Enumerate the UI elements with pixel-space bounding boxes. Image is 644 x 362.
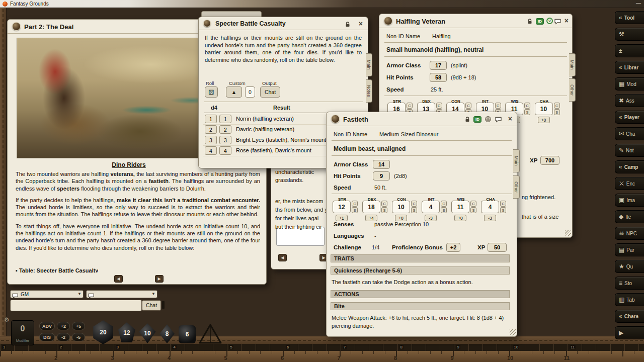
halfling-window-header[interactable]: Halfling Veteran ID V × xyxy=(379,14,572,28)
background-prev-button[interactable]: ◀ xyxy=(278,254,287,261)
lock-icon[interactable] xyxy=(345,21,351,30)
sidebar-item-encounters[interactable]: ⚔ Enc xyxy=(615,177,644,190)
check-roll-button[interactable]: C xyxy=(352,201,358,207)
trait-name[interactable]: Quickness (Recharge 5-6) xyxy=(331,266,510,275)
chat-voice-dropdown[interactable]: ▼ xyxy=(86,290,157,298)
sidebar-item-images[interactable]: ▣ Ima xyxy=(615,194,644,207)
save-roll-button[interactable]: S xyxy=(381,207,387,213)
languages-value[interactable]: - xyxy=(374,233,376,239)
check-roll-button[interactable]: C xyxy=(495,103,501,109)
ability-mod[interactable]: +1 xyxy=(336,215,348,221)
check-roll-button[interactable]: C xyxy=(465,103,471,109)
modifier-box[interactable]: 0 Modifier xyxy=(11,320,34,345)
xp-value[interactable]: 50 xyxy=(488,243,507,252)
sidebar-item-items[interactable]: ◆ Ite xyxy=(615,210,644,223)
minus2-button[interactable]: -2 xyxy=(57,333,70,341)
close-icon[interactable]: × xyxy=(508,115,512,122)
save-roll-button[interactable]: S xyxy=(411,207,417,213)
page-prev-button[interactable]: ◀ xyxy=(114,275,123,283)
sidebar-item-chat[interactable]: ✉ Cha xyxy=(615,127,644,140)
resize-grip[interactable] xyxy=(510,329,516,335)
chat-input[interactable] xyxy=(10,300,142,311)
close-icon[interactable]: × xyxy=(359,20,363,27)
custom-die-button[interactable]: ▲ xyxy=(226,86,242,98)
ac-value[interactable]: 14 xyxy=(373,160,390,169)
story-table-link[interactable]: ▪ Table: Specter Battle Casualty xyxy=(16,267,98,273)
sidebar-item-quests[interactable]: ★ Qu xyxy=(615,260,644,273)
action-name[interactable]: Bite xyxy=(331,302,510,310)
save-roll-button[interactable]: S xyxy=(441,207,447,213)
window-orb-icon[interactable] xyxy=(331,115,340,123)
fastieth-window-header[interactable]: Fastieth ID × xyxy=(327,112,517,126)
check-roll-button[interactable]: C xyxy=(407,103,413,109)
chat-drag-handle[interactable] xyxy=(162,301,165,309)
ability-mod[interactable]: +4 xyxy=(365,215,377,221)
sidebar-item-npcs[interactable]: ☠ NPC xyxy=(615,227,644,240)
speech-bubble-icon[interactable] xyxy=(554,18,561,27)
ability-mod[interactable]: +0 xyxy=(454,215,466,221)
sidebar-item-tables[interactable]: ▥ Tab xyxy=(615,293,644,306)
speed-value[interactable]: 25 ft. xyxy=(431,86,443,93)
check-roll-button[interactable]: C xyxy=(524,103,530,109)
senses-value[interactable]: passive Perception 10 xyxy=(374,221,429,227)
speed-value[interactable]: 50 ft. xyxy=(374,185,386,191)
sidebar-item-tools[interactable]: ⚒ xyxy=(615,28,644,41)
check-roll-button[interactable]: C xyxy=(500,201,506,207)
ability-score[interactable]: 10 xyxy=(392,201,410,213)
lock-icon[interactable] xyxy=(464,116,470,125)
die-d6[interactable]: 6 xyxy=(179,325,196,343)
sidebar-item-parcels[interactable]: ▤ Par xyxy=(615,243,644,256)
adv-button[interactable]: ADV xyxy=(39,322,55,330)
check-roll-button[interactable]: C xyxy=(436,103,442,109)
plus5-button[interactable]: +5 xyxy=(72,322,85,330)
die-d4[interactable] xyxy=(199,324,222,344)
minus5-button[interactable]: -5 xyxy=(72,333,85,341)
window-orb-icon[interactable] xyxy=(384,17,392,25)
check-roll-button[interactable]: C xyxy=(441,201,447,207)
close-icon[interactable]: × xyxy=(565,17,569,24)
ability-mod[interactable]: -3 xyxy=(425,215,437,221)
minimize-button[interactable]: — xyxy=(636,0,641,6)
plus2-button[interactable]: +2 xyxy=(57,322,70,330)
token-globe-icon[interactable] xyxy=(485,116,492,125)
sidebar-header-characters-section[interactable]: « Chara xyxy=(615,310,644,323)
ability-score[interactable]: 4 xyxy=(481,201,499,213)
sidebar-header-player-section[interactable]: « Player xyxy=(615,111,644,124)
non-id-value[interactable]: Halfling xyxy=(432,33,451,39)
ability-mod[interactable]: +0 xyxy=(538,117,550,123)
save-roll-button[interactable]: S xyxy=(554,109,560,115)
check-roll-button[interactable]: C xyxy=(411,201,417,207)
roll-die-button[interactable]: ⚄ xyxy=(205,86,218,98)
speech-bubble-icon[interactable] xyxy=(495,116,502,125)
ability-score[interactable]: 11 xyxy=(451,201,469,213)
hp-value[interactable]: 58 xyxy=(430,73,447,82)
check-roll-button[interactable]: C xyxy=(470,201,476,207)
sidebar-item-assets[interactable]: ✖ Ass xyxy=(615,94,644,107)
check-roll-button[interactable]: C xyxy=(381,201,387,207)
ability-score[interactable]: 4 xyxy=(422,201,440,213)
id-badge[interactable]: ID xyxy=(536,18,544,25)
hp-value[interactable]: 9 xyxy=(373,171,390,180)
ability-mod[interactable]: +0 xyxy=(395,215,407,221)
save-roll-button[interactable]: S xyxy=(470,207,476,213)
page-next-button[interactable]: ▶ xyxy=(155,275,164,283)
xp-value[interactable]: 700 xyxy=(540,156,559,165)
challenge-value[interactable]: 1/4 xyxy=(372,244,379,250)
save-roll-button[interactable]: S xyxy=(500,207,506,213)
sidebar-header-library-section[interactable]: « Librar xyxy=(615,61,644,74)
window-orb-icon[interactable] xyxy=(203,20,211,27)
chat-send-button[interactable]: Chat xyxy=(142,300,161,311)
version-badge[interactable]: V xyxy=(546,18,553,24)
sidebar-item-modules[interactable]: ▦ Mod xyxy=(615,77,644,90)
lock-icon[interactable] xyxy=(527,18,533,27)
ability-mod[interactable]: -3 xyxy=(484,215,496,221)
sidebar-header-campaign-section[interactable]: « Camp xyxy=(615,160,644,173)
ability-score[interactable]: 12 xyxy=(333,201,351,213)
save-roll-button[interactable]: S xyxy=(352,207,358,213)
casualty-window-header[interactable]: Specter Battle Casualty × xyxy=(199,17,368,30)
check-roll-button[interactable]: C xyxy=(554,103,560,109)
chat-channel-dropdown[interactable]: GM ▼ xyxy=(10,290,84,298)
prof-value[interactable]: +2 xyxy=(446,243,460,252)
sidebar-item-story[interactable]: ≡ Sto xyxy=(615,277,644,290)
ability-score[interactable]: 18 xyxy=(362,201,380,213)
